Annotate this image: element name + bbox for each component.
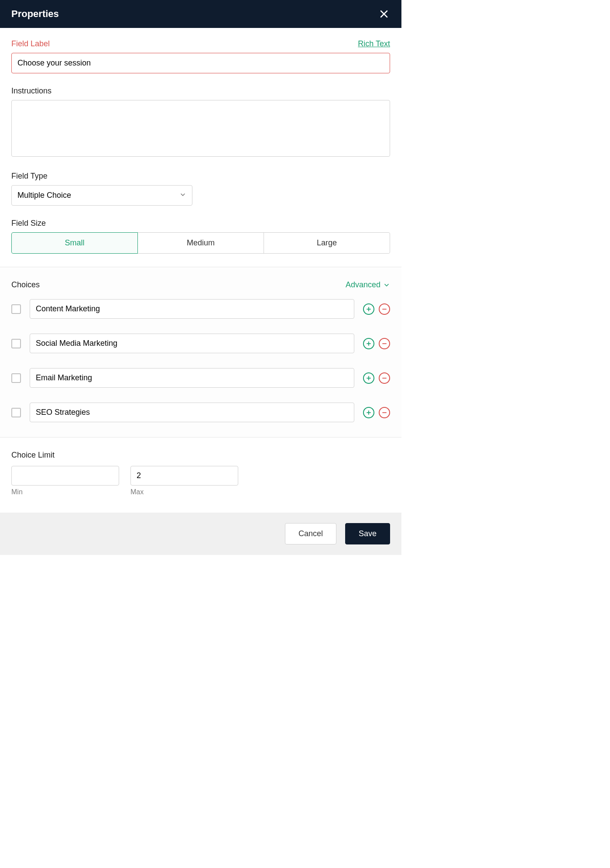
remove-choice-button[interactable] (379, 303, 390, 315)
dialog-footer: Cancel Save (0, 513, 401, 555)
cancel-button[interactable]: Cancel (285, 523, 336, 544)
add-choice-button[interactable] (363, 303, 374, 315)
rich-text-link[interactable]: Rich Text (358, 39, 390, 48)
field-type-select-wrap (11, 185, 192, 206)
field-size-large[interactable]: Large (264, 232, 390, 254)
choice-input[interactable] (30, 403, 354, 422)
choice-limit-min-input[interactable] (11, 466, 119, 486)
advanced-link[interactable]: Advanced (346, 280, 390, 289)
choice-limit-min-label: Min (11, 488, 119, 496)
choice-checkbox[interactable] (11, 304, 21, 314)
field-size-small[interactable]: Small (11, 232, 138, 254)
choice-limit-section: Choice Limit Min Max (11, 437, 390, 513)
plus-icon (366, 306, 372, 312)
choice-row (11, 368, 390, 388)
field-type-label-row: Field Type (11, 172, 390, 181)
chevron-down-icon (383, 282, 390, 289)
field-size-segmented: Small Medium Large (11, 232, 390, 254)
choices-list (11, 299, 390, 422)
choice-input[interactable] (30, 334, 354, 353)
choice-actions (363, 303, 390, 315)
add-choice-button[interactable] (363, 338, 374, 349)
choice-limit-max-col: Max (130, 466, 238, 496)
close-icon (379, 9, 389, 19)
choice-limit-max-input[interactable] (130, 466, 238, 486)
instructions-group: Instructions (11, 86, 390, 158)
plus-icon (366, 410, 372, 416)
remove-choice-button[interactable] (379, 372, 390, 384)
field-size-group: Field Size Small Medium Large (11, 219, 390, 254)
field-type-select[interactable] (11, 185, 192, 206)
choice-row (11, 403, 390, 422)
choice-input[interactable] (30, 299, 354, 319)
dialog-content: Field Label Rich Text Instructions Field… (0, 28, 401, 555)
instructions-input[interactable] (11, 100, 390, 157)
remove-choice-button[interactable] (379, 407, 390, 418)
choice-checkbox[interactable] (11, 408, 21, 417)
choices-header: Choices Advanced (11, 280, 390, 289)
add-choice-button[interactable] (363, 372, 374, 384)
minus-icon (381, 410, 387, 416)
minus-icon (381, 306, 387, 312)
choice-row (11, 334, 390, 353)
field-label-label: Field Label (11, 39, 50, 48)
choice-actions (363, 407, 390, 418)
plus-icon (366, 341, 372, 347)
choice-input[interactable] (30, 368, 354, 388)
choice-actions (363, 338, 390, 349)
instructions-label-row: Instructions (11, 86, 390, 96)
add-choice-button[interactable] (363, 407, 374, 418)
field-label-input[interactable] (11, 53, 390, 73)
advanced-link-text: Advanced (346, 280, 380, 289)
choice-limit-row: Min Max (11, 466, 390, 496)
choice-row (11, 299, 390, 319)
choice-limit-label: Choice Limit (11, 451, 390, 460)
minus-icon (381, 341, 387, 347)
choices-label: Choices (11, 280, 40, 289)
field-type-label: Field Type (11, 172, 48, 181)
choice-checkbox[interactable] (11, 373, 21, 383)
minus-icon (381, 375, 387, 381)
choice-limit-min-col: Min (11, 466, 119, 496)
dialog-header: Properties (0, 0, 401, 28)
choice-checkbox[interactable] (11, 339, 21, 348)
plus-icon (366, 375, 372, 381)
remove-choice-button[interactable] (379, 338, 390, 349)
field-label-group: Field Label Rich Text (11, 39, 390, 73)
field-size-label-row: Field Size (11, 219, 390, 228)
instructions-label: Instructions (11, 86, 51, 96)
choices-section: Choices Advanced (0, 267, 401, 437)
save-button[interactable]: Save (345, 523, 390, 544)
dialog-title: Properties (11, 8, 59, 20)
close-button[interactable] (378, 8, 390, 20)
field-type-group: Field Type (11, 172, 390, 206)
choice-limit-max-label: Max (130, 488, 238, 496)
field-label-row: Field Label Rich Text (11, 39, 390, 48)
field-size-label: Field Size (11, 219, 46, 228)
choice-actions (363, 372, 390, 384)
field-size-medium[interactable]: Medium (138, 232, 264, 254)
